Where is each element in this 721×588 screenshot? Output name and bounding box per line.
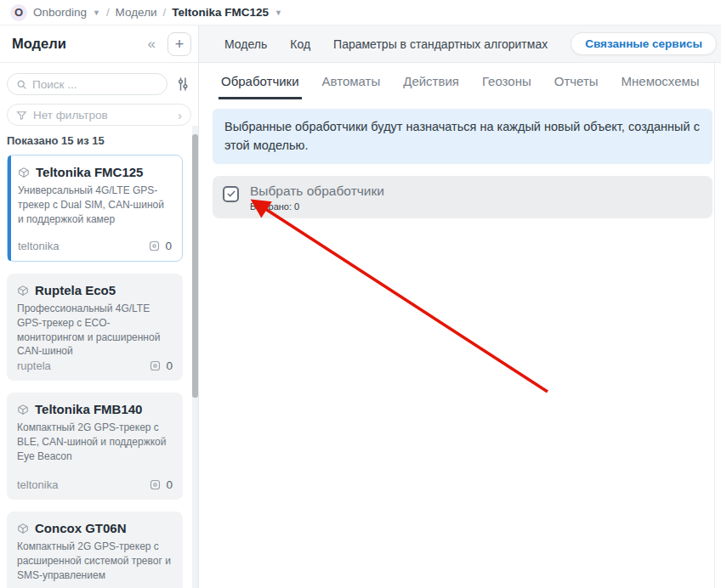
- model-card-teltonika-fmc125[interactable]: Teltonika FMC125 Универсальный 4G/LTE GP…: [7, 155, 183, 262]
- model-card-list: Teltonika FMC125 Универсальный 4G/LTE GP…: [0, 146, 192, 588]
- objects-icon: [149, 478, 162, 491]
- model-card-vendor: teltonika: [18, 240, 148, 252]
- chevron-down-icon[interactable]: ▼: [275, 8, 282, 17]
- model-card-vendor: teltonika: [17, 478, 149, 491]
- model-card-concox-gt06n[interactable]: Concox GT06N Компактный 2G GPS-трекер с …: [7, 512, 183, 588]
- subtab-mnemoschemes[interactable]: Мнемосхемы: [619, 74, 702, 99]
- scrollbar-thumb[interactable]: [192, 134, 198, 398]
- cube-icon: [17, 523, 29, 534]
- models-sidebar: Модели « + Нет фильтров › Показано 15 из…: [0, 25, 199, 588]
- top-bar: O Onbording ▼ / Модели / Teltonika FMC12…: [0, 0, 721, 25]
- shown-count: Показано 15 из 15: [7, 134, 191, 147]
- model-card-title: Teltonika FMC125: [36, 165, 143, 179]
- checkbox-icon[interactable]: [223, 186, 239, 202]
- object-count-badge: 0: [149, 478, 173, 491]
- filter-label: Нет фильтров: [33, 109, 172, 122]
- sidebar-title: Модели: [12, 36, 148, 52]
- tab-standard-algorithm-params[interactable]: Параметры в стандартных алгоритмах: [333, 37, 548, 51]
- subtab-geozones[interactable]: Геозоны: [480, 74, 534, 99]
- sidebar-header: Модели « +: [0, 25, 198, 63]
- object-count: 0: [166, 478, 173, 491]
- model-detail-panel: Модель Код Параметры в стандартных алгор…: [199, 25, 721, 588]
- model-card-title: Concox GT06N: [35, 521, 127, 535]
- main-scrollbar-track[interactable]: [714, 63, 715, 588]
- breadcrumb-workspace[interactable]: Onbording: [33, 6, 87, 19]
- breadcrumb-separator: /: [163, 6, 167, 19]
- collapse-sidebar-icon[interactable]: «: [148, 36, 156, 53]
- subtab-reports[interactable]: Отчеты: [552, 74, 601, 99]
- model-card-vendor: ruptela: [17, 359, 149, 372]
- subtab-handlers[interactable]: Обработчики: [219, 74, 302, 99]
- breadcrumb-separator: /: [106, 6, 110, 19]
- workspace-avatar[interactable]: O: [10, 4, 27, 21]
- filters-selector[interactable]: Нет фильтров ›: [7, 104, 191, 126]
- info-banner: Выбранные обработчики будут назначаться …: [213, 109, 712, 164]
- select-handlers-card[interactable]: Выбрать обработчики Выбрано: 0: [213, 176, 712, 218]
- selected-count: Выбрано: 0: [250, 201, 384, 212]
- cube-icon: [17, 285, 29, 297]
- object-count-badge: 0: [149, 359, 173, 372]
- model-card-description: Профессиональный 4G/LTE GPS-трекер с ECO…: [17, 302, 173, 359]
- cube-icon: [18, 167, 30, 178]
- model-card-ruptela-eco5[interactable]: Ruptela Eco5 Профессиональный 4G/LTE GPS…: [7, 274, 183, 381]
- object-count: 0: [165, 240, 172, 252]
- search-icon: [16, 79, 27, 90]
- breadcrumb-current-model[interactable]: Teltonika FMC125: [172, 6, 269, 19]
- objects-icon: [148, 240, 161, 252]
- tab-model[interactable]: Модель: [224, 37, 267, 51]
- add-model-button[interactable]: +: [167, 32, 191, 56]
- model-card-description: Компактный 2G GPS-трекер с BLE, CAN-шино…: [17, 421, 173, 463]
- tab-code[interactable]: Код: [290, 37, 310, 51]
- search-input[interactable]: [32, 78, 158, 91]
- funnel-icon: [16, 110, 27, 121]
- object-count: 0: [166, 359, 173, 372]
- chevron-right-icon[interactable]: ›: [178, 109, 182, 122]
- model-card-title: Teltonika FMB140: [35, 402, 142, 416]
- breadcrumb-section[interactable]: Модели: [116, 6, 157, 19]
- object-count-badge: 0: [148, 240, 172, 252]
- model-card-description: Универсальный 4G/LTE GPS-трекер с Dual S…: [18, 184, 172, 226]
- filter-settings-icon[interactable]: [174, 76, 191, 93]
- model-card-description: Компактный 2G GPS-трекер с расширенной с…: [17, 540, 173, 582]
- cube-icon: [17, 404, 29, 416]
- model-subtabs: Обработчики Автоматы Действия Геозоны От…: [199, 63, 721, 99]
- select-handlers-title: Выбрать обработчики: [250, 184, 384, 199]
- sidebar-scrollbar[interactable]: [192, 126, 198, 588]
- model-section-tabs: Модель Код Параметры в стандартных алгор…: [199, 25, 721, 63]
- model-card-teltonika-fmb140[interactable]: Teltonika FMB140 Компактный 2G GPS-треке…: [7, 393, 183, 500]
- objects-icon: [149, 359, 162, 372]
- related-services-button[interactable]: Связанные сервисы: [571, 32, 717, 55]
- search-box[interactable]: [7, 73, 167, 95]
- chevron-down-icon[interactable]: ▼: [93, 8, 100, 17]
- subtab-automata[interactable]: Автоматы: [320, 74, 383, 99]
- model-card-title: Ruptela Eco5: [35, 283, 116, 297]
- subtab-actions[interactable]: Действия: [400, 74, 462, 99]
